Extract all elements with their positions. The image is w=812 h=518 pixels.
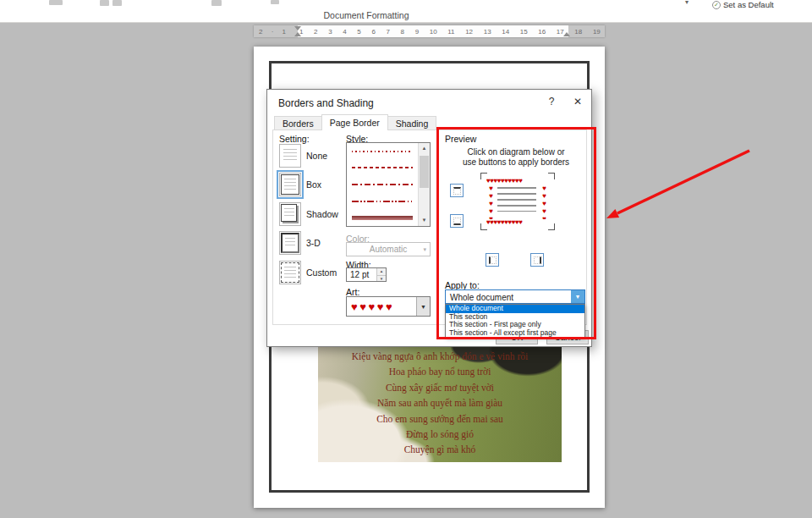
left-border-button[interactable] [486,253,499,267]
preview-heart-border-right[interactable]: ♥♥♥♥♥♥ [540,185,547,219]
ruler-number: 8 [401,28,404,36]
top-border-button[interactable] [450,184,464,197]
chevron-down-icon[interactable]: ▼ [571,290,584,303]
horizontal-ruler[interactable]: 2 · 1 12345678910111213141516171819 [254,25,605,37]
setting-icon-custom [279,261,301,284]
setting-option-custom[interactable]: Custom [279,261,352,284]
style-option-dashed[interactable] [347,160,418,177]
setting-option-3d[interactable]: 3-D [279,231,352,255]
scroll-up-icon[interactable]: ▲ [419,143,430,154]
ruler-number: 5 [357,28,360,36]
style-option-dash-dot-dot[interactable] [347,193,418,210]
tab-page-border[interactable]: Page Border [321,114,388,130]
style-option-dash-dot[interactable] [347,176,418,193]
setting-label: 3-D [306,238,321,248]
spinner-buttons: ▲ ▼ [376,268,386,281]
ruler-number: 6 [371,28,375,36]
setting-option-none[interactable]: None [279,144,352,168]
preview-heart-border-left[interactable]: ♥♥♥♥♥♥ [486,185,494,219]
dialog-title: Borders and Shading [278,97,374,109]
bottom-border-icon [453,218,461,225]
gallery-dropdown-caret-icon[interactable]: ▾ [685,0,689,6]
setting-option-shadow[interactable]: Shadow [279,202,352,226]
apply-option-first-page-only[interactable]: This section - First page only [446,321,584,329]
setting-icon-none [279,144,301,168]
poem-line: Hoa pháo bay nổ tung trời [301,364,579,379]
ribbon-icon-fragment [211,0,222,6]
apply-to-dropdown[interactable]: Whole document ▼ [445,289,585,304]
ribbon-icon-fragment [112,0,122,6]
width-spinner[interactable]: 12 pt ▲ ▼ [346,267,387,282]
spin-down-icon[interactable]: ▼ [377,275,386,282]
style-option-thick[interactable] [347,209,418,226]
spin-up-icon[interactable]: ▲ [377,268,386,275]
set-as-default-button[interactable]: ✓ Set as Default [712,0,774,9]
ruler-number: 13 [484,28,491,36]
scrollbar-thumb[interactable] [420,156,429,188]
poem-line: Chuyện gì mà khó [301,442,579,457]
ruler-number: 10 [430,28,437,36]
setting-label: Shadow [306,209,338,219]
right-indent-marker[interactable] [563,32,570,36]
first-line-indent-marker[interactable] [294,26,301,30]
setting-label: Custom [306,267,337,278]
setting-option-box[interactable]: Box [279,173,352,196]
ribbon-icon-fragment [271,0,279,4]
ruler-margin-numbers: 2 · 1 [259,28,289,36]
poem-line: Cho em sung sướng đến mai sau [301,411,579,427]
setting-icon-box [279,173,301,196]
setting-label: None [306,151,327,161]
set-as-default-label: Set as Default [723,0,774,9]
preview-corner-mark [548,173,555,179]
left-indent-marker[interactable] [294,32,301,36]
left-border-icon [489,256,497,264]
tab-shading[interactable]: Shading [387,116,437,130]
help-button[interactable]: ? [543,96,560,107]
ruler-number: 19 [593,28,601,36]
preview-heart-border-bottom[interactable]: ♥♥♥♥♥♥♥♥♥♥ [486,218,547,226]
art-dropdown[interactable]: ♥♥♥♥♥ ▼ [346,296,431,317]
style-scrollbar[interactable]: ▲ ▼ [418,143,430,226]
style-option-dotted[interactable] [347,143,418,160]
tab-borders[interactable]: Borders [274,116,322,130]
ruler-number: 18 [574,28,582,36]
setting-label: Box [306,179,321,190]
color-dropdown[interactable]: Automatic ▾ [346,242,431,256]
ruler-numbers: 12345678910111213141516171819 [299,28,601,36]
preview-heart-border-top[interactable]: ♥♥♥♥♥♥♥♥♥♥ [486,177,547,185]
art-hearts-value: ♥♥♥♥♥ [351,300,394,313]
bottom-border-button[interactable] [450,214,464,228]
poem-line: Kiệu vàng ngựa ô anh khớp đón e về vinh … [301,349,579,364]
poem-line: Năm sau anh quyết mà làm giàu [301,395,579,411]
apply-option-whole-document[interactable]: Whole document [446,305,584,313]
preview-hint-line1: Click on diagram below or [447,147,585,157]
poem-text-block: Kiệu vàng ngựa ô anh khớp đón e về vinh … [301,349,579,458]
dialog-tabs: Borders Page Border Shading [274,116,436,130]
style-listbox[interactable]: ▲ ▼ [346,142,431,227]
right-border-icon [534,256,541,264]
color-value: Automatic [370,245,407,254]
scroll-down-icon[interactable]: ▼ [419,215,430,226]
ruler-number: 4 [343,28,346,36]
apply-to-value: Whole document [450,293,513,302]
ribbon-group-label: Document Formatting [298,10,435,20]
setting-group-label: Setting: [279,134,310,144]
chevron-down-icon[interactable]: ▼ [416,297,430,316]
poem-line: Cùng xây giấc mơ tuyệt vời [301,380,579,395]
ribbon-icon-fragment [49,0,63,5]
setting-icon-3d [279,231,301,255]
ruler-number: 9 [415,28,419,36]
close-icon[interactable]: ✕ [567,96,589,107]
apply-option-all-except-first-page[interactable]: This section - All except first page [446,329,584,338]
ruler-number: 16 [538,28,546,36]
ruler-number: 15 [520,28,528,36]
ruler-number: 12 [465,28,473,36]
setting-icon-shadow [279,202,301,226]
width-value: 12 pt [350,270,369,279]
preview-corner-mark [548,223,555,230]
apply-option-this-section[interactable]: This section [446,313,584,322]
chevron-down-icon: ▾ [423,246,426,253]
ribbon-strip: Document Formatting ▾ ✓ Set as Default [0,0,812,23]
right-border-button[interactable] [530,253,544,267]
preview-text-lines [497,187,536,216]
